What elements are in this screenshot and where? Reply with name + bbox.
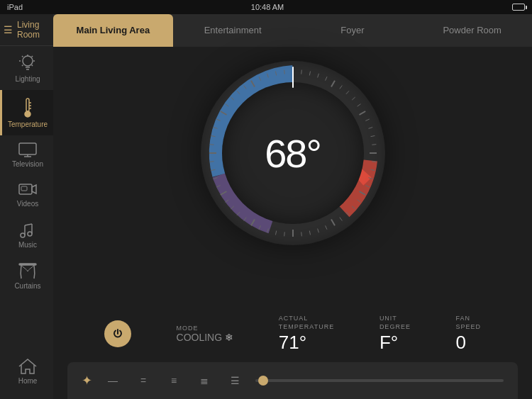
svg-line-20: [309, 72, 310, 76]
mode-value: COOLING: [177, 332, 223, 343]
svg-line-44: [325, 225, 326, 229]
svg-line-16: [25, 224, 32, 225]
actual-temp-label: ACTUALTEMPERATURE: [279, 314, 334, 332]
svg-line-25: [345, 91, 348, 94]
svg-line-34: [372, 162, 376, 162]
lighting-label: Lighting: [15, 75, 40, 83]
fan-speed-2[interactable]: ≡: [164, 371, 184, 390]
fan-speed-stat: FANSPEED 0: [456, 314, 482, 354]
status-bar: iPad 10:48 AM: [0, 0, 532, 14]
videos-label: Videos: [17, 200, 38, 208]
temperature-label: Temperature: [8, 120, 48, 128]
sidebar-item-curtains[interactable]: Curtains: [0, 256, 53, 297]
svg-point-12: [21, 233, 25, 237]
sidebar-item-videos[interactable]: Videos: [0, 175, 53, 215]
curtains-icon: [18, 263, 37, 280]
svg-line-77: [284, 70, 284, 74]
actual-temp-stat: ACTUALTEMPERATURE 71°: [279, 314, 334, 354]
television-icon: [18, 142, 37, 158]
time-display: 10:48 AM: [251, 3, 284, 11]
fan-speed-label: FANSPEED: [456, 314, 482, 332]
svg-line-43: [331, 220, 335, 226]
mode-stat: MODE COOLING ❄: [177, 325, 234, 343]
snowflake-icon: ❄: [225, 332, 233, 343]
temperature-icon: [21, 97, 35, 118]
svg-rect-11: [21, 186, 27, 191]
svg-line-21: [317, 74, 318, 78]
tab-entertainment[interactable]: Entertainment: [173, 14, 293, 47]
svg-line-62: [209, 162, 214, 162]
svg-line-64: [209, 145, 214, 145]
sidebar-item-home[interactable]: Home: [0, 351, 53, 392]
tab-powder-room[interactable]: Powder Room: [412, 14, 532, 47]
svg-line-45: [317, 229, 318, 233]
room-label: Living Room: [17, 20, 50, 40]
svg-point-13: [28, 232, 32, 236]
unit-label: UNITDEGREE: [379, 314, 411, 332]
tab-main-living-area[interactable]: Main Living Area: [53, 14, 173, 47]
main-content: Main Living Area Entertainment Foyer Pow…: [53, 14, 532, 399]
music-label: Music: [18, 241, 37, 249]
temperature-needle: [292, 67, 294, 88]
actual-temp-value: 71°: [279, 332, 306, 354]
svg-line-22: [325, 77, 326, 80]
music-icon: [19, 222, 36, 239]
device-label: iPad: [7, 3, 23, 11]
home-icon: [18, 358, 37, 375]
svg-line-50: [275, 231, 276, 235]
unit-stat: UNITDEGREE F°: [379, 314, 411, 354]
svg-point-0: [23, 56, 33, 66]
fan-slider[interactable]: [255, 379, 504, 382]
svg-line-19: [301, 70, 301, 74]
svg-line-31: [370, 135, 375, 136]
home-label: Home: [18, 377, 38, 385]
svg-line-23: [331, 81, 335, 87]
dial-inner: 68°: [222, 82, 364, 224]
fan-speed-1[interactable]: =: [133, 371, 153, 390]
fan-speed-4[interactable]: ☰: [225, 371, 245, 390]
battery-area: [512, 4, 525, 11]
svg-line-49: [284, 232, 284, 236]
svg-line-27: [357, 104, 360, 107]
tab-bar: Main Living Area Entertainment Foyer Pow…: [53, 14, 532, 47]
svg-line-26: [352, 97, 355, 100]
fan-speed-value: 0: [456, 332, 466, 354]
battery-icon: [512, 4, 525, 11]
fan-slider-thumb: [258, 376, 268, 386]
svg-line-32: [372, 145, 376, 145]
thermostat-dial[interactable]: 68°: [201, 61, 385, 245]
fan-speed-off[interactable]: —: [103, 371, 123, 390]
svg-rect-17: [19, 264, 36, 265]
svg-line-28: [359, 111, 365, 115]
power-button[interactable]: [104, 320, 131, 347]
sidebar-item-television[interactable]: Television: [0, 135, 53, 175]
fan-speed-3[interactable]: ≣: [194, 371, 214, 390]
videos-icon: [18, 182, 37, 198]
svg-point-2: [25, 111, 31, 117]
unit-value: F°: [379, 332, 398, 354]
dial-outer: 68°: [201, 61, 385, 245]
sidebar-item-lighting[interactable]: Lighting: [0, 46, 53, 90]
svg-line-47: [301, 232, 301, 236]
tab-foyer[interactable]: Foyer: [293, 14, 413, 47]
curtains-label: Curtains: [14, 282, 40, 290]
status-strip: MODE COOLING ❄ ACTUALTEMPERATURE 71° UNI…: [67, 305, 518, 362]
menu-icon: ☰: [4, 24, 13, 35]
sidebar-item-temperature[interactable]: Temperature: [0, 90, 53, 135]
svg-line-30: [368, 128, 372, 129]
power-icon: [112, 328, 123, 339]
temperature-display: 68°: [265, 130, 321, 176]
fan-control-panel: ✦ — = ≡ ≣ ☰: [67, 362, 518, 399]
television-label: Television: [12, 160, 43, 168]
lighting-icon: [19, 53, 36, 73]
sidebar-header: ☰ Living Room: [0, 14, 53, 46]
svg-line-29: [365, 119, 369, 120]
sidebar-item-music[interactable]: Music: [0, 215, 53, 256]
svg-line-46: [309, 231, 310, 235]
svg-rect-6: [19, 143, 36, 154]
svg-marker-10: [32, 185, 36, 193]
svg-line-24: [339, 86, 342, 89]
temperature-content: 68° MODE COOLING ❄: [53, 47, 532, 399]
sidebar: ☰ Living Room Lighting Temperature Telev…: [0, 14, 53, 399]
fan-icon: ✦: [82, 373, 92, 388]
